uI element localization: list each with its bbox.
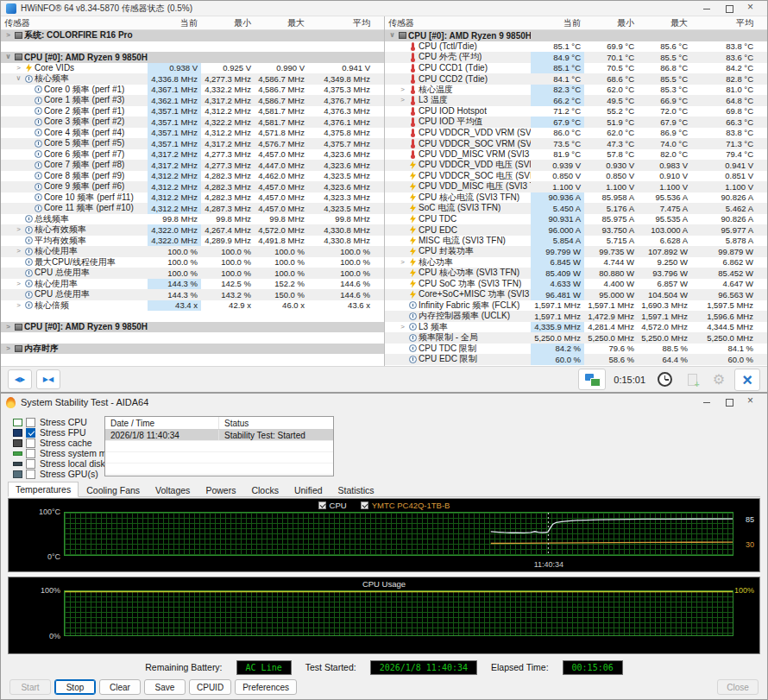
tab[interactable]: Clocks bbox=[243, 482, 286, 497]
sensor-row[interactable]: CPU CCD1 (Tdie) 85.1 °C 70.5 °C 86.8 °C … bbox=[385, 63, 767, 74]
column-header-max[interactable]: 最大 bbox=[638, 17, 691, 29]
legend-checkbox-icon[interactable] bbox=[361, 501, 368, 509]
close-sensors-button[interactable] bbox=[734, 369, 760, 391]
close-icon[interactable] bbox=[746, 3, 757, 14]
expand-chevron-icon[interactable] bbox=[398, 95, 407, 106]
sensor-row[interactable]: 最大CPU/线程使用率 100.0 % 100.0 % 100.0 % 100.… bbox=[1, 257, 384, 268]
sensor-row[interactable]: CPU [#0]: AMD Ryzen 9 9850HX bbox=[1, 52, 384, 63]
expand-chevron-icon[interactable] bbox=[398, 257, 407, 268]
sensor-row[interactable]: 核心功率 6.845 W 4.744 W 9.250 W 6.862 W bbox=[385, 257, 767, 268]
sensor-row[interactable]: 核心使用率 144.3 % 142.5 % 152.2 % 144.6 % bbox=[1, 279, 384, 290]
sensor-row[interactable]: 核心使用率 100.0 % 100.0 % 100.0 % 100.0 % bbox=[1, 246, 384, 257]
close-button[interactable]: Close bbox=[717, 679, 759, 695]
settings-gear-button[interactable] bbox=[708, 369, 729, 390]
sensor-row[interactable]: Core 7 频率 (perf #8) 4,317.2 MHz 4,277.3 … bbox=[1, 160, 384, 171]
close-icon[interactable] bbox=[746, 397, 757, 407]
sensor-row[interactable]: Core 0 频率 (perf #1) 4,367.1 MHz 4,332.2 … bbox=[1, 85, 384, 96]
stress-checkbox[interactable] bbox=[26, 459, 35, 469]
action-button[interactable]: Preferences bbox=[235, 679, 297, 695]
sensor-row[interactable]: CPU EDC 96.000 A 93.750 A 103.000 A 95.9… bbox=[385, 224, 767, 236]
action-button[interactable]: Clear bbox=[99, 679, 141, 695]
event-row[interactable]: 2026/1/8 11:40:34 Stability Test: Starte… bbox=[105, 430, 333, 441]
sensor-row[interactable]: Core 4 频率 (perf #4) 4,357.1 MHz 4,312.2 … bbox=[1, 128, 384, 139]
sensor-row[interactable]: Core 2 频率 (perf #1) 4,357.1 MHz 4,312.2 … bbox=[1, 106, 384, 117]
sensor-row[interactable]: 平均有效频率 4,322.0 MHz 4,289.9 MHz 4,491.8 M… bbox=[1, 236, 384, 247]
sensor-row[interactable]: CPU IOD 平均值 67.9 °C 51.9 °C 67.9 °C 66.3… bbox=[385, 117, 767, 128]
maximize-icon[interactable] bbox=[724, 3, 734, 14]
tab[interactable]: Statistics bbox=[330, 482, 382, 497]
sensor-row[interactable]: CPU [#0]: AMD Ryzen 9 9850HX: Enhanced bbox=[385, 30, 767, 41]
column-status[interactable]: Status bbox=[219, 417, 333, 429]
sensor-row[interactable]: L3 温度 66.2 °C 49.5 °C 66.9 °C 64.8 °C bbox=[385, 95, 767, 106]
column-header-current[interactable]: 当前 bbox=[148, 17, 201, 29]
expand-chevron-icon[interactable] bbox=[14, 279, 23, 290]
sensor-row[interactable]: Core VIDs 0.938 V 0.925 V 0.990 V 0.941 … bbox=[1, 63, 384, 74]
expand-chevron-icon[interactable] bbox=[3, 344, 13, 355]
sensor-row[interactable] bbox=[1, 41, 384, 53]
legend-item-cpu[interactable]: CPU bbox=[318, 501, 347, 510]
legend-item-ssd[interactable]: YMTC PC42Q-1TB-B bbox=[361, 501, 450, 510]
sensor-row[interactable]: CPU SoC 功率 (SVI3 TFN) 4.633 W 4.400 W 6.… bbox=[385, 279, 767, 290]
sensor-row[interactable]: CPU TDC 限制 84.2 % 79.6 % 88.5 % 84.1 % bbox=[385, 344, 767, 355]
sensor-row[interactable] bbox=[1, 311, 384, 322]
sensor-row[interactable]: 内存控制器频率 (UCLK) 1,597.1 MHz 1,472.9 MHz 1… bbox=[385, 311, 767, 322]
column-header-min[interactable]: 最小 bbox=[201, 17, 255, 29]
action-button[interactable]: Start bbox=[9, 679, 51, 695]
column-header-sensor[interactable]: 传感器 bbox=[1, 17, 148, 29]
sensor-row[interactable]: 核心倍频 43.4 x 42.9 x 46.0 x 43.6 x bbox=[1, 300, 384, 312]
sensor-row[interactable]: Core 10 频率 (perf #11) 4,312.2 MHz 4,282.… bbox=[1, 192, 384, 204]
tab[interactable]: Temperatures bbox=[8, 482, 79, 497]
stress-checkbox[interactable] bbox=[26, 449, 35, 458]
sensor-row[interactable]: CPU VDDCR_VDD VRM (SVI3 TFN) 86.0 °C 62.… bbox=[385, 128, 767, 139]
logging-button[interactable] bbox=[681, 369, 703, 390]
expand-chevron-icon[interactable] bbox=[14, 224, 23, 236]
expand-chevron-icon[interactable] bbox=[387, 30, 397, 41]
column-header-min[interactable]: 最小 bbox=[584, 17, 638, 29]
sensor-row[interactable]: CPU VDDCR_VDD 电压 (SVI3 TFN) 0.939 V 0.93… bbox=[385, 160, 767, 171]
sensor-row[interactable]: 核心频率 4,336.8 MHz 4,277.3 MHz 4,586.7 MHz… bbox=[1, 73, 384, 85]
expand-columns-button[interactable] bbox=[8, 369, 32, 389]
sensor-row[interactable]: Core 6 频率 (perf #7) 4,317.2 MHz 4,277.3 … bbox=[1, 149, 384, 161]
sensor-row[interactable]: Infinity Fabric 频率 (FCLK) 1,597.1 MHz 1,… bbox=[385, 300, 767, 312]
sensor-row[interactable]: CPU (Tctl/Tdie) 85.1 °C 69.9 °C 85.6 °C … bbox=[385, 41, 767, 53]
expand-chevron-icon[interactable] bbox=[14, 63, 23, 74]
action-button[interactable]: Save bbox=[144, 679, 186, 695]
sensor-row[interactable]: SoC 电流 (SVI3 TFN) 5.450 A 5.176 A 7.475 … bbox=[385, 203, 767, 214]
maximize-icon[interactable] bbox=[724, 397, 734, 407]
sensor-row[interactable]: CPU VDD_MISC VRM (SVI3 TFN) 81.9 °C 57.8… bbox=[385, 149, 767, 161]
sensor-row[interactable]: CPU 总使用率 100.0 % 100.0 % 100.0 % 100.0 % bbox=[1, 268, 384, 279]
sensor-row[interactable]: CPU [#0]: AMD Ryzen 9 9850HX: C-State 驻留… bbox=[1, 322, 384, 333]
sensor-row[interactable]: 核心有效频率 4,322.0 MHz 4,267.4 MHz 4,572.0 M… bbox=[1, 224, 384, 236]
action-button[interactable]: Stop bbox=[54, 679, 96, 695]
sensor-row[interactable]: CPU VDD_MISC 电压 (SVI3 TFN) 1.100 V 1.100… bbox=[385, 181, 767, 192]
sensor-row[interactable]: Core 3 频率 (perf #2) 4,357.1 MHz 4,322.2 … bbox=[1, 117, 384, 128]
column-header-max[interactable]: 最大 bbox=[255, 17, 308, 29]
expand-chevron-icon[interactable] bbox=[3, 52, 13, 63]
clock-button[interactable] bbox=[653, 369, 676, 390]
action-button[interactable]: CPUID bbox=[189, 679, 231, 695]
column-date-time[interactable]: Date / Time bbox=[105, 417, 219, 429]
sensor-row[interactable]: CPU VDDCR_SOC 电压 (SVI3 TFN) 0.850 V 0.85… bbox=[385, 171, 767, 182]
sensor-row[interactable]: CPU 总使用率 144.3 % 143.2 % 150.0 % 144.6 % bbox=[1, 289, 384, 300]
sensor-row[interactable]: CPU 核心功率 (SVI3 TFN) 85.409 W 80.880 W 93… bbox=[385, 268, 767, 279]
sensor-row[interactable]: CPU VDDCR_SOC VRM (SVI3 TFN) 73.5 °C 47.… bbox=[385, 138, 767, 149]
expand-chevron-icon[interactable] bbox=[14, 300, 23, 312]
sensor-row[interactable]: CPU EDC 限制 60.0 % 58.6 % 64.4 % 60.0 % bbox=[385, 354, 767, 365]
sensor-row[interactable]: CPU CCD2 (Tdie) 84.1 °C 68.6 °C 85.5 °C … bbox=[385, 73, 767, 85]
column-header-sensor[interactable]: 传感器 bbox=[385, 17, 531, 29]
sensor-row[interactable]: 内存时序 bbox=[1, 344, 384, 355]
sensor-row[interactable]: 核心温度 82.3 °C 62.0 °C 85.3 °C 81.0 °C bbox=[385, 85, 767, 96]
column-header-avg[interactable]: 平均 bbox=[691, 17, 757, 29]
sensor-row[interactable]: Core 1 频率 (perf #3) 4,362.1 MHz 4,317.2 … bbox=[1, 95, 384, 106]
column-header-avg[interactable]: 平均 bbox=[308, 17, 374, 29]
stress-checkbox[interactable] bbox=[26, 428, 35, 438]
sensor-row[interactable]: Core 8 频率 (perf #9) 4,312.2 MHz 4,282.3 … bbox=[1, 171, 384, 182]
stress-checkbox[interactable] bbox=[26, 438, 35, 448]
sensor-row[interactable]: CPU 外壳 (平均) 84.9 °C 70.1 °C 85.5 °C 83.6… bbox=[385, 52, 767, 63]
sensor-row[interactable]: Core+SoC+MISC 功率 (SVI3 TFN) 96.481 W 95.… bbox=[385, 289, 767, 300]
sensor-row[interactable]: CPU TDC 90.931 A 85.975 A 95.535 A 90.82… bbox=[385, 214, 767, 225]
sensor-row[interactable] bbox=[1, 332, 384, 344]
tab[interactable]: Cooling Fans bbox=[79, 482, 148, 497]
column-header-current[interactable]: 当前 bbox=[531, 17, 584, 29]
minimize-icon[interactable] bbox=[702, 397, 712, 407]
